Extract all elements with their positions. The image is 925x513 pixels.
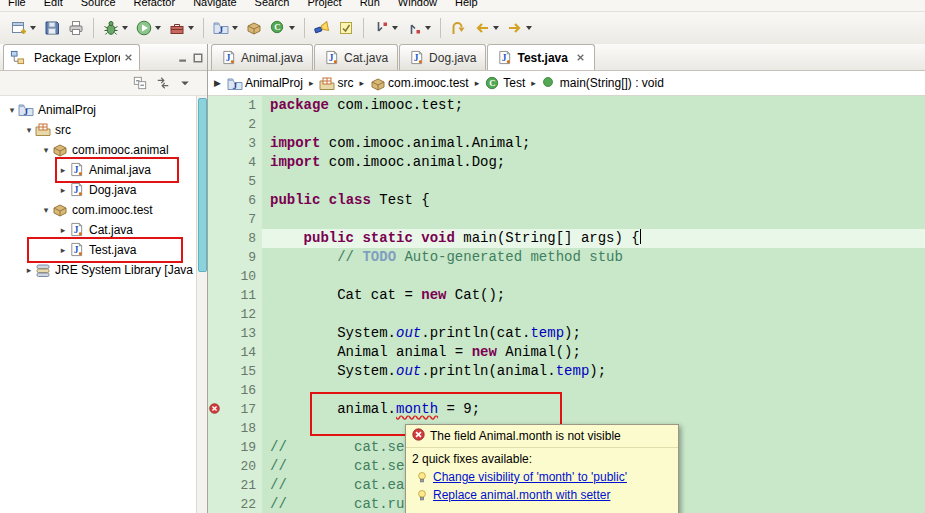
link-with-editor-button[interactable] xyxy=(156,76,170,90)
back-dropdown-arrow-icon[interactable] xyxy=(493,26,499,30)
package-explorer-scrollbar[interactable] xyxy=(196,96,207,513)
expand-collapsed-arrow-icon[interactable]: ▸ xyxy=(57,185,69,195)
close-view-icon[interactable] xyxy=(124,53,133,62)
tree-item-label: JRE System Library [Java xyxy=(55,263,193,277)
quick-fix-link-replace-animal-month-with-setter[interactable]: Replace animal.month with setter xyxy=(433,488,610,502)
new-dropdown-arrow-icon[interactable] xyxy=(30,26,36,30)
code-token: Animal(); xyxy=(497,344,581,360)
expand-collapsed-arrow-icon[interactable]: ▸ xyxy=(23,265,35,275)
line-number: 3 xyxy=(222,134,262,153)
tree-item-cat-java[interactable]: ▸JCat.java xyxy=(0,220,197,240)
tree-item-com-imooc-animal[interactable]: ▾com.imooc.animal xyxy=(0,140,197,160)
expand-expanded-arrow-icon[interactable]: ▾ xyxy=(40,205,52,215)
error-marker-icon[interactable] xyxy=(208,400,222,419)
tab-label: Test.java xyxy=(517,51,567,65)
tab-animal-java[interactable]: JAnimal.java xyxy=(211,44,313,70)
code-line: 10 xyxy=(208,267,925,286)
tab-dog-java[interactable]: JDog.java xyxy=(399,44,486,70)
breadcrumb-label: src xyxy=(337,76,353,90)
toggle-mark-occurrences-button[interactable] xyxy=(335,18,357,38)
tab-cat-java[interactable]: JCat.java xyxy=(314,44,398,70)
menu-source[interactable]: Source xyxy=(81,0,116,7)
quick-fix-link-change-visibility-of-month-to-public[interactable]: Change visibility of 'month' to 'public' xyxy=(433,470,627,484)
menu-project[interactable]: Project xyxy=(307,0,341,7)
menu-help[interactable]: Help xyxy=(455,0,478,7)
tree-item-jre-system-library-java[interactable]: ▸JRE System Library [Java xyxy=(0,260,197,280)
menu-search[interactable]: Search xyxy=(255,0,290,7)
debug-button[interactable] xyxy=(100,18,131,38)
run-external-tools-button[interactable] xyxy=(166,18,197,38)
tree-item-src[interactable]: ▾src xyxy=(0,120,197,140)
expand-expanded-arrow-icon[interactable]: ▾ xyxy=(23,125,35,135)
search-button[interactable] xyxy=(311,18,333,38)
new-button[interactable] xyxy=(8,18,39,38)
forward-button[interactable] xyxy=(504,18,535,38)
expand-collapsed-arrow-icon[interactable]: ▸ xyxy=(57,245,69,255)
menu-refactor[interactable]: Refactor xyxy=(134,0,176,7)
code-text xyxy=(262,172,925,191)
code-token: new xyxy=(472,344,497,360)
back-button[interactable] xyxy=(471,18,502,38)
code-token: Animal animal = xyxy=(270,344,472,360)
menu-edit[interactable]: Edit xyxy=(44,0,63,7)
menu-file[interactable]: File xyxy=(8,0,26,7)
view-menu-button[interactable] xyxy=(179,77,191,89)
code-text: animal.month = 9; xyxy=(262,400,925,419)
java-file-icon: J xyxy=(221,50,236,65)
breadcrumb-com-imooc-test[interactable]: com.imooc.test xyxy=(370,76,469,90)
scrollbar-thumb[interactable] xyxy=(198,98,207,272)
forward-dropdown-arrow-icon[interactable] xyxy=(526,26,532,30)
print-button[interactable] xyxy=(65,18,87,38)
breadcrumb-separator-icon: ▸ xyxy=(309,78,314,88)
next-annotation-dropdown-arrow-icon[interactable] xyxy=(392,26,398,30)
tree-item-test-java[interactable]: ▸JTest.java xyxy=(0,240,197,260)
debug-dropdown-arrow-icon[interactable] xyxy=(122,26,128,30)
expand-expanded-arrow-icon[interactable]: ▾ xyxy=(40,145,52,155)
new-class-dropdown-arrow-icon[interactable] xyxy=(289,26,295,30)
menu-window[interactable]: Window xyxy=(398,0,437,7)
new-class-button[interactable]: C xyxy=(267,18,298,38)
expand-collapsed-arrow-icon[interactable]: ▸ xyxy=(57,225,69,235)
quick-fix-bulb-icon xyxy=(416,489,428,501)
save-button[interactable] xyxy=(41,18,63,38)
breadcrumb-test[interactable]: CTest xyxy=(485,76,525,90)
code-token: // cat.eat xyxy=(270,477,413,493)
previous-annotation-dropdown-arrow-icon[interactable] xyxy=(425,26,431,30)
breadcrumb-toggle-icon[interactable]: ▶ xyxy=(214,78,221,88)
expand-collapsed-arrow-icon[interactable]: ▸ xyxy=(57,165,69,175)
new-java-project-button[interactable]: J xyxy=(210,18,241,38)
breadcrumb-src[interactable]: src xyxy=(319,76,353,90)
line-number: 21 xyxy=(222,476,262,495)
run-button[interactable] xyxy=(133,18,164,38)
code-line: 8 public static void main(String[] args)… xyxy=(208,229,925,248)
previous-annotation-button[interactable] xyxy=(403,18,434,38)
tab-close-icon[interactable] xyxy=(576,53,585,62)
maximize-view-button[interactable] xyxy=(192,52,204,64)
breadcrumb-label: Test xyxy=(503,76,525,90)
line-number: 2 xyxy=(222,115,262,134)
run-external-tools-dropdown-arrow-icon[interactable] xyxy=(188,26,194,30)
breadcrumb-main-string-void[interactable]: main(String[]) : void xyxy=(542,76,664,90)
last-edit-location-button[interactable] xyxy=(447,18,469,38)
tree-item-com-imooc-test[interactable]: ▾com.imooc.test xyxy=(0,200,197,220)
tab-test-java[interactable]: JTest.java xyxy=(487,44,594,70)
expand-expanded-arrow-icon[interactable]: ▾ xyxy=(6,105,18,115)
tree-item-animal-java[interactable]: ▸JAnimal.java xyxy=(0,160,197,180)
new-java-project-dropdown-arrow-icon[interactable] xyxy=(232,26,238,30)
next-annotation-button[interactable] xyxy=(370,18,401,38)
tree-item-animalproj[interactable]: ▾JAnimalProj xyxy=(0,100,197,120)
breadcrumb-animalproj[interactable]: JAnimalProj xyxy=(227,76,303,90)
package-explorer-view-tab[interactable]: Package Explorer xyxy=(3,44,140,70)
code-line: 17 animal.month = 9; xyxy=(208,400,925,419)
tree-item-dog-java[interactable]: ▸JDog.java xyxy=(0,180,197,200)
view-window-buttons xyxy=(177,52,204,70)
java-file-icon: J xyxy=(409,50,424,65)
collapse-all-button[interactable] xyxy=(133,76,147,90)
annotation-ruler xyxy=(208,286,222,305)
code-line: 6public class Test { xyxy=(208,191,925,210)
run-dropdown-arrow-icon[interactable] xyxy=(155,26,161,30)
new-package-button[interactable] xyxy=(243,18,265,38)
menu-navigate[interactable]: Navigate xyxy=(193,0,236,7)
menu-run[interactable]: Run xyxy=(360,0,380,7)
minimize-view-button[interactable] xyxy=(177,52,189,64)
